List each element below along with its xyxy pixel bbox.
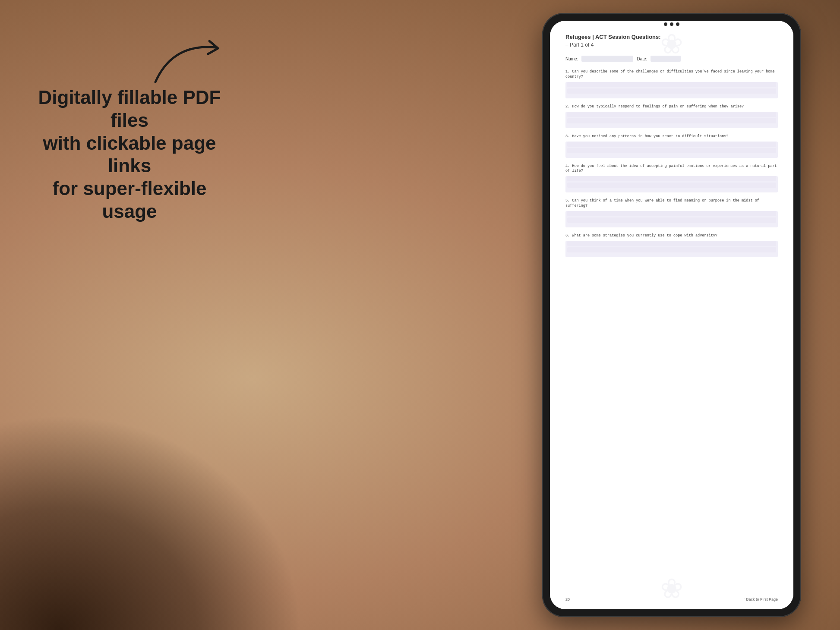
tablet-screen: ❀ Refugees | ACT Session Questions: – Pa…: [550, 21, 793, 609]
question-2: 2. How do you typically respond to feeli…: [565, 104, 778, 128]
pdf-document: ❀ Refugees | ACT Session Questions: – Pa…: [550, 21, 793, 609]
marketing-headline: Digitally fillable PDF files with clicka…: [26, 86, 233, 223]
arrow-icon: [147, 35, 242, 91]
watermark-bottom: ❀: [661, 566, 682, 608]
camera-dot-3: [676, 22, 679, 26]
question-6-text: 6. What are some strategies you currentl…: [565, 233, 778, 239]
name-label: Name:: [565, 57, 578, 61]
tablet-camera-bar: [654, 21, 689, 28]
question-1-text: 1. Can you describe some of the challeng…: [565, 69, 778, 80]
question-1: 1. Can you describe some of the challeng…: [565, 69, 778, 98]
answer-6-area[interactable]: [565, 241, 778, 257]
page-number: 20: [565, 597, 570, 602]
camera-dot-1: [664, 22, 667, 26]
question-3-text: 3. Have you noticed any patterns in how …: [565, 134, 778, 139]
question-4-text: 4. How do you feel about the idea of acc…: [565, 164, 778, 174]
answer-1-area[interactable]: [565, 82, 778, 98]
question-5: 5. Can you think of a time when you were…: [565, 198, 778, 227]
date-label: Date:: [637, 57, 647, 61]
question-6: 6. What are some strategies you currentl…: [565, 233, 778, 257]
question-5-text: 5. Can you think of a time when you were…: [565, 198, 778, 209]
tablet-frame: ❀ Refugees | ACT Session Questions: – Pa…: [542, 13, 801, 617]
answer-2-area[interactable]: [565, 112, 778, 128]
question-4: 4. How do you feel about the idea of acc…: [565, 164, 778, 193]
answer-3-area[interactable]: [565, 142, 778, 158]
question-2-text: 2. How do you typically respond to feeli…: [565, 104, 778, 110]
question-3: 3. Have you noticed any patterns in how …: [565, 134, 778, 158]
name-field[interactable]: [581, 56, 633, 62]
tablet-device: ❀ Refugees | ACT Session Questions: – Pa…: [542, 13, 801, 617]
watermark-top: ❀: [661, 22, 682, 64]
marketing-text-area: Digitally fillable PDF files with clicka…: [26, 86, 233, 223]
answer-4-area[interactable]: [565, 176, 778, 192]
answer-5-area[interactable]: [565, 211, 778, 227]
camera-dot-2: [670, 22, 673, 26]
back-to-first-page-link[interactable]: ↑ Back to First Page: [743, 597, 778, 602]
